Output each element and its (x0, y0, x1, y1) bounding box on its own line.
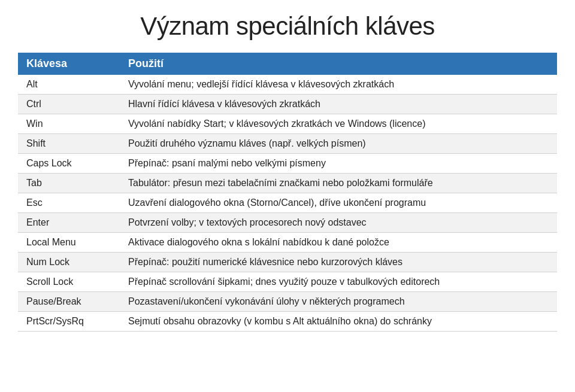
header-col-usage: Použití (120, 53, 557, 75)
usage-cell: Sejmutí obsahu obrazovky (v kombu s Alt … (120, 312, 557, 332)
header-col-key: Klávesa (18, 53, 120, 75)
usage-cell: Pozastavení/ukončení vykonávání úlohy v … (120, 292, 557, 312)
table-row: EnterPotvrzení volby; v textových proces… (18, 213, 557, 233)
table-row: PrtScr/SysRqSejmutí obsahu obrazovky (v … (18, 312, 557, 332)
key-cell: Enter (18, 213, 120, 233)
usage-cell: Přepínač: použití numerické klávesnice n… (120, 253, 557, 272)
key-cell: Alt (18, 75, 120, 95)
key-cell: Scroll Lock (18, 272, 120, 292)
table-row: EscUzavření dialogového okna (Storno/Can… (18, 193, 557, 213)
table-row: Pause/BreakPozastavení/ukončení vykonává… (18, 292, 557, 312)
keyboard-shortcuts-table: Klávesa Použití AltVyvolání menu; vedlej… (18, 53, 557, 332)
key-cell: Local Menu (18, 233, 120, 253)
usage-cell: Hlavní řídící klávesa v klávesových zkra… (120, 95, 557, 114)
key-cell: Caps Lock (18, 154, 120, 174)
table-row: TabTabulátor: přesun mezi tabelačními zn… (18, 174, 557, 193)
key-cell: Tab (18, 174, 120, 193)
table-row: Scroll LockPřepínač scrollování šipkami;… (18, 272, 557, 292)
table-row: CtrlHlavní řídící klávesa v klávesových … (18, 95, 557, 114)
usage-cell: Uzavření dialogového okna (Storno/Cancel… (120, 193, 557, 213)
key-cell: Shift (18, 134, 120, 154)
usage-cell: Použití druhého významu kláves (např. ve… (120, 134, 557, 154)
key-cell: Ctrl (18, 95, 120, 114)
usage-cell: Potvrzení volby; v textových procesorech… (120, 213, 557, 233)
page-title: Význam speciálních kláves (18, 12, 557, 41)
usage-cell: Tabulátor: přesun mezi tabelačními značk… (120, 174, 557, 193)
table-row: Caps LockPřepínač: psaní malými nebo vel… (18, 154, 557, 174)
table-row: Local MenuAktivace dialogového okna s lo… (18, 233, 557, 253)
key-cell: Win (18, 114, 120, 134)
usage-cell: Aktivace dialogového okna s lokální nabí… (120, 233, 557, 253)
usage-cell: Přepínač: psaní malými nebo velkými písm… (120, 154, 557, 174)
usage-cell: Vyvolání menu; vedlejší řídící klávesa v… (120, 75, 557, 95)
usage-cell: Vyvolání nabídky Start; v klávesových zk… (120, 114, 557, 134)
table-row: Num LockPřepínač: použití numerické kláv… (18, 253, 557, 272)
key-cell: Esc (18, 193, 120, 213)
key-cell: Pause/Break (18, 292, 120, 312)
key-cell: Num Lock (18, 253, 120, 272)
usage-cell: Přepínač scrollování šipkami; dnes využi… (120, 272, 557, 292)
table-row: WinVyvolání nabídky Start; v klávesových… (18, 114, 557, 134)
table-row: AltVyvolání menu; vedlejší řídící kláves… (18, 75, 557, 95)
table-header-row: Klávesa Použití (18, 53, 557, 75)
table-row: ShiftPoužití druhého významu kláves (nap… (18, 134, 557, 154)
key-cell: PrtScr/SysRq (18, 312, 120, 332)
